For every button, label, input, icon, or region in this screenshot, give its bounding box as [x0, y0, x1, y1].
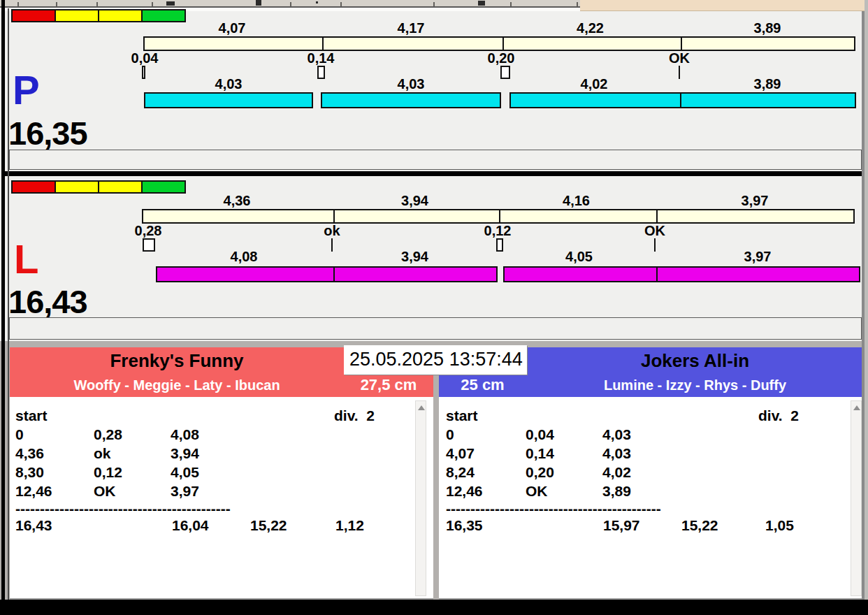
team-name: Jokers All-in [526, 349, 864, 372]
split-bar [143, 36, 855, 51]
fault-marker [500, 66, 510, 79]
cell-crossing: 0,14 [526, 444, 554, 463]
toolbar-remnant [166, 1, 175, 6]
team-right-panel: Jokers All-in Lumine - Izzy - Rhys - Duf… [439, 347, 864, 600]
window-border-left [1, 0, 5, 600]
lane-letter: P [13, 70, 39, 110]
cell-elapsed: 12,46 [15, 482, 52, 500]
table-row: 12,46 OK 3,89 [439, 482, 864, 500]
lane-footer-strip [9, 150, 862, 170]
scrollbar-up-button[interactable] [852, 402, 860, 414]
lane-total-time: 16,35 [8, 117, 87, 150]
split-bar-divider [499, 209, 500, 224]
separator-dashes: ----------------------------------------… [446, 499, 661, 518]
table-header-row: start div. 2 [439, 406, 864, 425]
crossing-label: 0,28 [120, 224, 176, 238]
split-time-label: 4,16 [498, 194, 655, 208]
traffic-light-yellow-icon [99, 182, 141, 192]
split-time-label: 4,36 [142, 194, 332, 208]
datetime-display: 25.05.2025 13:57:44 [344, 345, 527, 375]
separator-dashes: ----------------------------------------… [15, 499, 231, 518]
split-time-label: 4,07 [143, 22, 321, 35]
team-left-table: start div. 2 0 0,28 4,08 4,36 ok 3,94 8,… [10, 397, 433, 598]
run-bar-segment [503, 266, 860, 282]
cell-crossing: OK [94, 482, 116, 500]
run-bar-segment [321, 92, 501, 108]
run-time-label: 4,08 [156, 250, 332, 263]
table-row: 0 0,04 4,03 [439, 425, 864, 444]
run-bar-divider [333, 266, 335, 282]
cell-crossing: 0,12 [94, 463, 122, 482]
crossing-label: ok [304, 224, 360, 238]
total-clean: 16,04 [172, 516, 209, 535]
team-size-class: 27,5 cm [344, 376, 433, 394]
traffic-light-bar [11, 9, 186, 22]
traffic-light-green-icon [143, 10, 185, 21]
lane-p-panel: 4,07 4,17 4,22 3,89 0,04 0,14 0,20 OK 4,… [0, 8, 868, 171]
window-border-bottom [0, 600, 868, 615]
cell-elapsed: 8,30 [15, 463, 44, 482]
cell-crossing: 0,20 [526, 463, 554, 482]
split-bar-divider [333, 209, 335, 224]
split-time-label: 3,97 [655, 194, 855, 208]
chevron-up-icon [853, 405, 860, 410]
traffic-light-yellow-icon [56, 182, 98, 192]
run-time-label: 4,05 [503, 250, 655, 263]
table-totals-row: 16,35 15,97 15,22 1,05 [439, 516, 864, 535]
traffic-light-red-icon [13, 10, 55, 21]
team-name: Frenky's Funny [10, 349, 344, 372]
total-clean: 15,97 [603, 516, 640, 535]
total-time: 16,43 [15, 516, 52, 535]
app-window: 4,07 4,17 4,22 3,89 0,04 0,14 0,20 OK 4,… [0, 0, 868, 615]
lane-footer-strip [9, 317, 862, 340]
traffic-light-yellow-icon [99, 10, 141, 21]
toolbar-remnant [256, 0, 261, 6]
lane-letter: L [14, 239, 38, 280]
split-bar-divider [681, 36, 682, 51]
cell-elapsed: 0 [446, 425, 454, 444]
run-time-label: 3,89 [679, 78, 856, 91]
cell-elapsed: 4,36 [15, 444, 44, 463]
col-div-label: div. 2 [758, 406, 799, 425]
cell-crossing: ok [94, 444, 111, 463]
col-start-label: start [15, 406, 48, 425]
cell-elapsed: 12,46 [446, 482, 483, 500]
toolbar-remnant [316, 1, 318, 3]
total-best: 15,22 [250, 516, 287, 535]
traffic-light-yellow-icon [56, 10, 98, 21]
window-border-right [865, 0, 868, 600]
cell-elapsed: 4,07 [446, 444, 475, 463]
cell-crossing: OK [526, 482, 548, 500]
scrollbar[interactable] [415, 400, 426, 596]
col-div-label: div. 2 [334, 406, 375, 425]
cell-elapsed: 8,24 [446, 463, 475, 482]
lane-total-time: 16,43 [8, 285, 87, 318]
team-right-table: start div. 2 0 0,04 4,03 4,07 0,14 4,03 … [439, 397, 864, 598]
table-row: 0 0,28 4,08 [10, 425, 433, 444]
toolbar-strip [0, 0, 580, 6]
lane-separator [5, 171, 864, 176]
cell-crossing: 0,04 [526, 425, 554, 444]
run-time-label: 4,03 [321, 78, 501, 91]
cell-split: 4,08 [171, 425, 199, 444]
crossing-label: 0,04 [117, 52, 173, 65]
table-row: 8,24 0,20 4,02 [439, 463, 864, 482]
cell-crossing: 0,28 [94, 425, 122, 444]
run-bar-divider [656, 266, 658, 282]
team-dogs: Lumine - Izzy - Rhys - Duffy [526, 376, 864, 394]
team-left-panel: Frenky's Funny Wooffy - Meggie - Laty - … [10, 347, 433, 600]
cell-split: 3,89 [602, 482, 631, 500]
split-bar-divider [502, 36, 504, 51]
cell-split: 3,97 [171, 482, 199, 500]
toolbar-remnant [478, 1, 485, 6]
cell-split: 4,02 [602, 463, 631, 482]
run-time-label: 3,97 [655, 250, 860, 263]
scrollbar-up-button[interactable] [417, 402, 425, 414]
total-diff: 1,12 [335, 516, 364, 535]
crossing-label: 0,12 [470, 224, 526, 238]
cell-split: 3,94 [171, 444, 199, 463]
scrollbar[interactable] [851, 400, 862, 596]
total-time: 16,35 [446, 516, 483, 535]
total-diff: 1,05 [765, 516, 794, 535]
split-time-label: 3,94 [332, 194, 498, 208]
